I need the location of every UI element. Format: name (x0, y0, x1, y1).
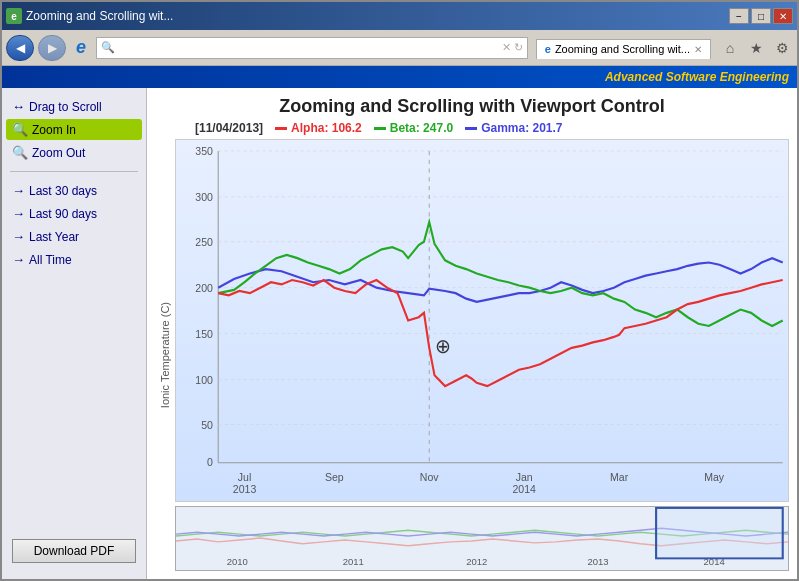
svg-text:2012: 2012 (466, 558, 487, 568)
sidebar-all-time-label: All Time (29, 253, 72, 267)
sidebar-item-all-time[interactable]: → All Time (6, 249, 142, 270)
svg-text:May: May (704, 471, 725, 483)
svg-text:Sep: Sep (325, 471, 344, 483)
sidebar-item-last30[interactable]: → Last 30 days (6, 180, 142, 201)
title-bar: e Zooming and Scrolling wit... − □ ✕ (2, 2, 797, 30)
favorites-icon[interactable]: ★ (745, 37, 767, 59)
download-pdf-button[interactable]: Download PDF (12, 539, 136, 563)
svg-text:⊕: ⊕ (435, 335, 451, 357)
y-axis-label: Ionic Temperature (C) (157, 302, 173, 408)
browser-icon: e (6, 8, 22, 24)
legend-gamma: Gamma: 201.7 (465, 121, 562, 135)
window-controls: − □ ✕ (729, 8, 793, 24)
svg-text:Mar: Mar (610, 471, 629, 483)
sidebar-last-year-label: Last Year (29, 230, 79, 244)
sidebar-item-zoom-out[interactable]: 🔍 Zoom Out (6, 142, 142, 163)
svg-text:50: 50 (201, 419, 213, 431)
sidebar-spacer (6, 272, 142, 529)
svg-text:Jul: Jul (238, 471, 251, 483)
chart-svg-container: 350 300 250 200 150 100 50 0 Jul 2013 Se… (175, 139, 789, 571)
legend-beta-dot (374, 127, 386, 130)
legend-beta: Beta: 247.0 (374, 121, 453, 135)
chart-legend: [11/04/2013] Alpha: 106.2 Beta: 247.0 Ga… (155, 121, 789, 135)
sidebar-divider-1 (10, 171, 138, 172)
window-title: Zooming and Scrolling wit... (26, 9, 173, 23)
svg-text:350: 350 (195, 145, 213, 157)
svg-text:150: 150 (195, 328, 213, 340)
tab-bar: e Zooming and Scrolling wit... ✕ (536, 37, 711, 59)
svg-text:Nov: Nov (420, 471, 439, 483)
chart-area: Zooming and Scrolling with Viewport Cont… (147, 88, 797, 579)
ie-logo-icon: e (70, 37, 92, 59)
svg-text:2010: 2010 (227, 558, 248, 568)
all-time-icon: → (12, 252, 25, 267)
sidebar-item-drag-scroll[interactable]: ↔ Drag to Scroll (6, 96, 142, 117)
sidebar-last30-label: Last 30 days (29, 184, 97, 198)
address-bar: ◀ ▶ e 🔍 ✕ ↻ e Zooming and Scrolling wit.… (2, 30, 797, 66)
brand-bar: Advanced Software Engineering (2, 66, 797, 88)
chart-wrapper: Ionic Temperature (C) (155, 139, 789, 571)
tab-label: Zooming and Scrolling wit... (555, 43, 690, 55)
last30-icon: → (12, 183, 25, 198)
tab-favicon: e (545, 43, 551, 55)
last-year-icon: → (12, 229, 25, 244)
legend-gamma-dot (465, 127, 477, 130)
minimize-button[interactable]: − (729, 8, 749, 24)
zoom-in-icon: 🔍 (12, 122, 28, 137)
chart-title: Zooming and Scrolling with Viewport Cont… (155, 96, 789, 117)
svg-text:200: 200 (195, 282, 213, 294)
legend-date: [11/04/2013] (195, 121, 263, 135)
sidebar-zoom-in-label: Zoom In (32, 123, 76, 137)
title-bar-left: e Zooming and Scrolling wit... (6, 8, 173, 24)
browser-tab[interactable]: e Zooming and Scrolling wit... ✕ (536, 39, 711, 59)
settings-icon[interactable]: ⚙ (771, 37, 793, 59)
svg-text:2013: 2013 (233, 483, 256, 495)
browser-window: e Zooming and Scrolling wit... − □ ✕ ◀ ▶… (0, 0, 799, 581)
svg-text:2011: 2011 (343, 558, 364, 568)
legend-alpha: Alpha: 106.2 (275, 121, 362, 135)
back-button[interactable]: ◀ (6, 35, 34, 61)
svg-text:300: 300 (195, 191, 213, 203)
sidebar: ↔ Drag to Scroll 🔍 Zoom In 🔍 Zoom Out → … (2, 88, 147, 579)
tab-close-button[interactable]: ✕ (694, 44, 702, 55)
home-icon[interactable]: ⌂ (719, 37, 741, 59)
close-button[interactable]: ✕ (773, 8, 793, 24)
main-chart-svg[interactable]: 350 300 250 200 150 100 50 0 Jul 2013 Se… (175, 139, 789, 502)
last90-icon: → (12, 206, 25, 221)
main-content: ↔ Drag to Scroll 🔍 Zoom In 🔍 Zoom Out → … (2, 88, 797, 579)
brand-text: Advanced Software Engineering (605, 70, 789, 84)
sidebar-item-last90[interactable]: → Last 90 days (6, 203, 142, 224)
sidebar-zoom-out-label: Zoom Out (32, 146, 85, 160)
legend-gamma-label: Gamma: 201.7 (481, 121, 562, 135)
svg-text:100: 100 (195, 374, 213, 386)
maximize-button[interactable]: □ (751, 8, 771, 24)
svg-text:250: 250 (195, 236, 213, 248)
svg-text:0: 0 (207, 456, 213, 468)
legend-alpha-dot (275, 127, 287, 130)
svg-text:2013: 2013 (588, 558, 609, 568)
y-axis-container: Ionic Temperature (C) (155, 139, 175, 571)
drag-scroll-icon: ↔ (12, 99, 25, 114)
legend-beta-label: Beta: 247.0 (390, 121, 453, 135)
forward-button[interactable]: ▶ (38, 35, 66, 61)
sidebar-last90-label: Last 90 days (29, 207, 97, 221)
svg-rect-32 (656, 508, 783, 558)
nav-icons: ⌂ ★ ⚙ (719, 37, 793, 59)
svg-text:Jan: Jan (516, 471, 533, 483)
mini-chart-svg[interactable]: 2010 2011 2012 2013 2014 (175, 506, 789, 571)
zoom-out-icon: 🔍 (12, 145, 28, 160)
sidebar-item-last-year[interactable]: → Last Year (6, 226, 142, 247)
address-input[interactable]: 🔍 ✕ ↻ (96, 37, 528, 59)
sidebar-drag-scroll-label: Drag to Scroll (29, 100, 102, 114)
svg-text:2014: 2014 (512, 483, 535, 495)
legend-alpha-label: Alpha: 106.2 (291, 121, 362, 135)
sidebar-item-zoom-in[interactable]: 🔍 Zoom In (6, 119, 142, 140)
